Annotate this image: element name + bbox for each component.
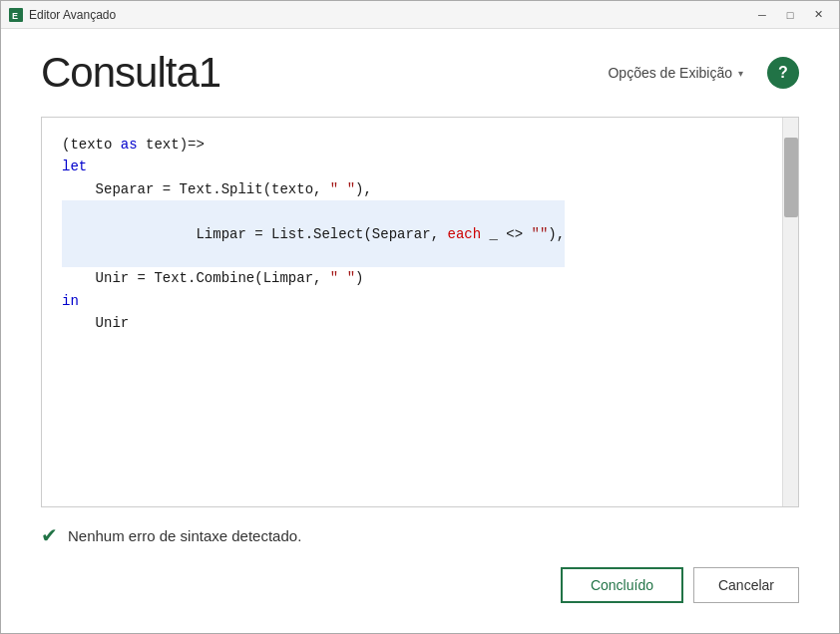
options-label: Opções de Exibição [608,65,732,81]
code-line-5: Unir = Text.Combine(Limpar, " ") [62,267,762,289]
status-message: Nenhum erro de sintaxe detectado. [68,527,301,544]
main-content: Consulta1 Opções de Exibição ▾ ? (texto … [1,29,839,633]
cancel-button[interactable]: Cancelar [693,567,799,603]
maximize-button[interactable]: □ [777,5,803,25]
editor-scrollbar[interactable] [782,118,798,506]
scrollbar-thumb[interactable] [784,138,798,217]
header-right: Opções de Exibição ▾ ? [600,57,799,89]
footer-row: Concluído Cancelar [41,567,799,603]
title-bar: E Editor Avançado ─ □ ✕ [1,1,839,29]
code-line-2: let [62,156,762,177]
done-button[interactable]: Concluído [561,567,683,603]
svg-text:E: E [12,11,18,21]
title-bar-left: E Editor Avançado [9,8,116,22]
editor-text-area[interactable]: (texto as text)=> let Separar = Text.Spl… [42,118,782,506]
check-icon: ✔ [41,523,58,547]
help-button[interactable]: ? [767,57,799,89]
window-title: Editor Avançado [29,8,116,22]
code-line-6: in [62,290,762,312]
query-title: Consulta1 [41,49,220,97]
options-button[interactable]: Opções de Exibição ▾ [600,61,751,85]
code-line-1: (texto as text)=> [62,134,762,156]
window-controls: ─ □ ✕ [749,5,831,25]
app-icon: E [9,8,23,22]
code-editor[interactable]: (texto as text)=> let Separar = Text.Spl… [41,117,799,507]
chevron-down-icon: ▾ [738,68,743,79]
header-row: Consulta1 Opções de Exibição ▾ ? [41,49,799,97]
code-line-3: Separar = Text.Split(texto, " "), [62,178,762,200]
editor-window: E Editor Avançado ─ □ ✕ Consulta1 Opções… [0,0,840,634]
status-row: ✔ Nenhum erro de sintaxe detectado. [41,523,799,547]
close-button[interactable]: ✕ [805,5,831,25]
code-line-4: Limpar = List.Select(Separar, each _ <> … [62,200,762,267]
code-line-7: Unir [62,312,762,334]
minimize-button[interactable]: ─ [749,5,775,25]
